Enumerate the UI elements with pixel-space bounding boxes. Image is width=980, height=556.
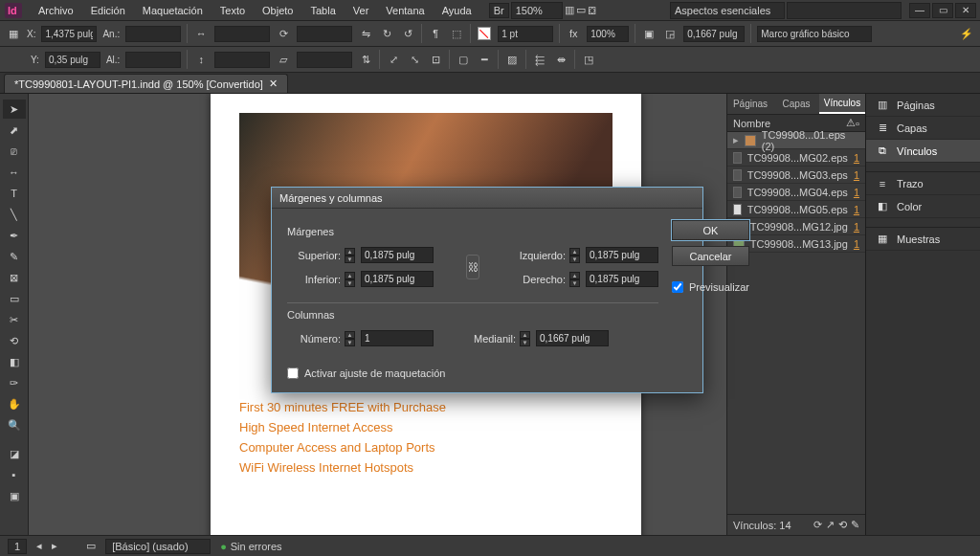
text-wrap-icon[interactable]: ▣	[641, 26, 657, 41]
window-close-icon[interactable]: ✕	[955, 3, 976, 18]
eyedropper-tool[interactable]: ✑	[3, 373, 26, 392]
gradient-tool[interactable]: ◧	[3, 352, 26, 371]
object-style-dropdown[interactable]	[757, 26, 872, 42]
fit-content-icon[interactable]: ⤢	[386, 52, 401, 67]
menu-ventana[interactable]: Ventana	[378, 2, 432, 19]
type-tool[interactable]: T	[3, 184, 26, 203]
rotate-ccw-icon[interactable]: ↺	[400, 26, 415, 41]
margin-bottom-field[interactable]	[361, 271, 434, 287]
link-margins-icon[interactable]: ⛓	[466, 255, 479, 279]
menu-ayuda[interactable]: Ayuda	[434, 2, 479, 19]
link-row[interactable]: TC99908...MG04.eps1	[727, 184, 865, 201]
next-page-icon[interactable]: ▸	[52, 540, 57, 552]
object-icon[interactable]: ⬚	[449, 26, 464, 41]
dock-paginas[interactable]: ▥Páginas	[866, 94, 980, 117]
dock-trazo[interactable]: ≡Trazo	[866, 172, 980, 195]
prev-page-icon[interactable]: ◂	[36, 540, 42, 552]
flash-icon[interactable]: ⚡	[959, 26, 974, 41]
rotate-field[interactable]	[297, 26, 352, 42]
rotate-cw-icon[interactable]: ↻	[379, 26, 394, 41]
corner-radius-field[interactable]	[683, 26, 745, 42]
line-tool[interactable]: ╲	[3, 205, 26, 224]
shear-field[interactable]	[297, 52, 352, 68]
corner-shape-icon[interactable]: ◳	[581, 52, 596, 67]
margin-left-field[interactable]	[586, 247, 658, 263]
rectangle-tool[interactable]: ▭	[3, 289, 26, 308]
selection-tool[interactable]: ➤	[3, 100, 26, 119]
paragraph-icon[interactable]: ¶	[428, 26, 443, 41]
columns-number-field[interactable]	[361, 330, 434, 346]
stroke-weight-field[interactable]	[498, 26, 553, 42]
flip-v-icon[interactable]: ⇅	[358, 52, 373, 67]
link-row[interactable]: TC99908...MG02.eps1	[727, 149, 865, 167]
margin-top-field[interactable]	[361, 247, 434, 263]
width-field[interactable]	[125, 26, 181, 42]
rectangle-frame-tool[interactable]: ⊠	[3, 268, 26, 287]
link-row[interactable]: TC99908...MG03.eps1	[727, 167, 865, 184]
search-input[interactable]	[787, 2, 902, 19]
effects-icon[interactable]: fx	[566, 26, 581, 41]
menu-archivo[interactable]: Archivo	[31, 2, 81, 19]
scale-x-field[interactable]	[214, 26, 270, 42]
link-row[interactable]: ▸TC99908...01.eps (2)	[727, 132, 865, 149]
align-left-icon[interactable]: ⬱	[532, 52, 547, 67]
menu-ver[interactable]: Ver	[345, 2, 377, 19]
margin-right-field[interactable]	[586, 271, 658, 287]
spinner-icon[interactable]: ▲▼	[569, 272, 580, 287]
center-content-icon[interactable]: ⊡	[428, 52, 443, 67]
page-navigator[interactable]: 1	[8, 539, 27, 554]
spinner-icon[interactable]: ▲▼	[569, 248, 580, 263]
dock-capas[interactable]: ≣Capas	[866, 117, 980, 140]
relink-icon[interactable]: ⟳	[813, 519, 822, 531]
document-tab[interactable]: *TC9990801-LAYOUT-PI1.indd @ 150% [Conve…	[4, 74, 288, 93]
flip-h-icon[interactable]: ⇋	[358, 26, 373, 41]
window-restore-icon[interactable]: ▭	[932, 3, 953, 18]
corner-options-icon[interactable]: ◲	[662, 26, 678, 41]
menu-edicion[interactable]: Edición	[83, 2, 133, 19]
scale-y-field[interactable]	[214, 52, 270, 68]
spinner-icon[interactable]: ▲▼	[345, 272, 355, 287]
apply-color-icon[interactable]: ▪	[3, 465, 26, 484]
dock-muestras[interactable]: ▦Muestras	[866, 228, 980, 251]
spinner-icon[interactable]: ▲▼	[345, 248, 355, 263]
view-mode-icon[interactable]: ▥	[565, 4, 574, 16]
workspace-dropdown[interactable]	[670, 2, 785, 19]
preview-checkbox[interactable]: Previsualizar	[672, 281, 749, 293]
update-link-icon[interactable]: ⟲	[838, 519, 847, 531]
link-row[interactable]: TC99908...MG05.eps1	[727, 201, 865, 218]
dialog-titlebar[interactable]: Márgenes y columnas	[272, 188, 702, 209]
cancel-button[interactable]: Cancelar	[672, 246, 749, 266]
fit-frame-icon[interactable]: ⤡	[407, 52, 422, 67]
spinner-icon[interactable]: ▲▼	[520, 331, 530, 346]
page-tool[interactable]: ⎚	[3, 142, 26, 161]
panel-tab-vinculos[interactable]: Vínculos	[819, 94, 865, 114]
menu-maquetacion[interactable]: Maquetación	[135, 2, 211, 19]
height-field[interactable]	[125, 52, 181, 68]
scissors-tool[interactable]: ✂	[3, 310, 26, 329]
spinner-icon[interactable]: ▲▼	[345, 331, 355, 346]
fill-stroke-icon[interactable]: ◪	[3, 444, 26, 463]
panel-tab-paginas[interactable]: Páginas	[727, 94, 773, 114]
hand-tool[interactable]: ✋	[3, 394, 26, 413]
close-tab-icon[interactable]: ✕	[269, 78, 278, 90]
menu-texto[interactable]: Texto	[212, 2, 253, 19]
arrange-icon[interactable]: ⛋	[588, 5, 598, 16]
object-style-status[interactable]: [Básico] (usado)	[105, 539, 211, 554]
dock-vinculos[interactable]: ⧉Vínculos	[866, 140, 980, 163]
menu-objeto[interactable]: Objeto	[255, 2, 301, 19]
transform-tool[interactable]: ⟲	[3, 331, 26, 350]
panel-tab-capas[interactable]: Capas	[773, 94, 819, 114]
layout-adjust-checkbox[interactable]: Activar ajuste de maquetación	[287, 367, 658, 379]
zoom-dropdown[interactable]	[511, 2, 563, 19]
x-field[interactable]	[41, 26, 97, 42]
stroke-swatch-icon[interactable]: ▢	[456, 52, 471, 67]
edit-original-icon[interactable]: ✎	[851, 519, 859, 531]
bridge-button[interactable]: Br	[489, 3, 509, 18]
stroke-style-icon[interactable]: ━	[477, 52, 492, 67]
open-docs-icon[interactable]: ▭	[86, 540, 96, 552]
menu-tabla[interactable]: Tabla	[302, 2, 343, 19]
opacity-field[interactable]	[587, 26, 629, 42]
goto-link-icon[interactable]: ↗	[826, 519, 835, 531]
preflight-status[interactable]: Sin errores	[220, 541, 281, 552]
fill-swatch-icon[interactable]	[477, 26, 492, 41]
